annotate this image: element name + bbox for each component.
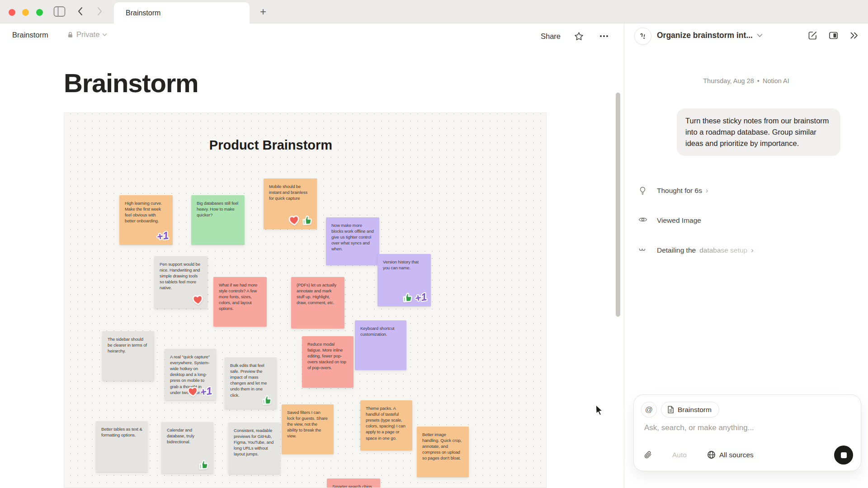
titlebar: Brainstorm + (0, 0, 868, 23)
sticky-note-calendar-bidirectional[interactable]: Calendar and database, truly bidirection… (161, 422, 213, 474)
sticker-row (191, 294, 204, 306)
loop-icon (638, 246, 647, 255)
sticky-note-saved-filters[interactable]: Saved filters I can lock for guests. Sha… (282, 404, 334, 454)
plus-one-badge: +1 (199, 385, 213, 399)
sticky-note-style-controls[interactable]: What if we had more style controls? A fe… (213, 277, 267, 327)
sticky-note-mobile-instant-capture[interactable]: Mobile should be instant and brainless f… (264, 178, 317, 229)
sticky-note-text: Now make more blocks work offline and gi… (331, 222, 374, 252)
thread-title-dropdown[interactable]: Organize brainstorm int... (657, 31, 763, 40)
plus-one-badge: +1 (414, 291, 428, 305)
sticky-note-text: Calendar and database, truly bidirection… (167, 427, 208, 445)
collapse-panel-chevrons-icon[interactable] (849, 31, 859, 40)
sticker-row (261, 394, 274, 406)
sidebar-toggle-icon[interactable] (53, 6, 66, 17)
stop-icon (841, 452, 847, 458)
sticky-note-text: (PDFs) let us actually annotate and mark… (297, 282, 339, 305)
notion-ai-panel: Organize brainstorm int... Thursday, Aug… (624, 23, 868, 488)
sticky-note-sidebar-hierarchy[interactable]: The sidebar should be clearer in terms o… (102, 331, 154, 381)
agent-step-1[interactable]: Thought for 6s› (624, 184, 868, 197)
sticky-note-big-databases[interactable]: Big databases still feel heavy. How to m… (191, 195, 245, 245)
close-window-button[interactable] (9, 9, 15, 16)
brainstorm-canvas[interactable]: Product Brainstorm High learning curve. … (64, 113, 547, 488)
privacy-control[interactable]: Private (67, 30, 107, 39)
sticky-note-text: Smarter search chips. (332, 483, 375, 488)
thread-date-row: Thursday, Aug 28•Notion AI (624, 77, 868, 84)
sources-label: All sources (719, 451, 754, 459)
thumbs-up-sticker-icon (198, 458, 211, 471)
forward-button[interactable] (95, 6, 105, 17)
sticky-note-readable-previews[interactable]: Consistent, readable previews for GitHub… (228, 422, 280, 474)
thread-title: Organize brainstorm int... (657, 31, 753, 40)
sticky-note-text: Big databases still feel heavy. How to m… (197, 200, 239, 218)
sticky-note-image-handling[interactable]: Better image handling. Quick crop, annot… (417, 427, 469, 477)
sticky-note-high-learning-curve[interactable]: High learning curve. Make the first week… (119, 195, 173, 245)
sticky-note-theme-packs[interactable]: Theme packs. A handful of tasteful prese… (360, 400, 412, 450)
agent-step-2: Viewed Image (624, 214, 868, 227)
sticky-note-offline-blocks[interactable]: Now make more blocks work offline and gi… (326, 217, 379, 265)
panel-layout-icon[interactable] (829, 31, 838, 40)
chevron-down-icon (757, 33, 763, 38)
chevron-right-icon: › (706, 187, 708, 195)
ai-composer: @ Brainstorm Ask, search, or make anythi… (633, 394, 861, 471)
page-header: Brainstorm Private Share (0, 24, 624, 48)
sticky-note-pdf-annotation[interactable]: (PDFs) let us actually annotate and mark… (291, 277, 344, 328)
ai-panel-header: Organize brainstorm int... (624, 23, 868, 49)
chevron-right-icon: › (751, 246, 753, 254)
sticky-note-text: Better image handling. Quick crop, annot… (422, 432, 463, 461)
more-options-icon[interactable] (597, 29, 611, 43)
zoom-window-button[interactable] (36, 9, 43, 16)
sticky-note-text: Mobile should be instant and brainless f… (269, 183, 311, 201)
canvas-title: Product Brainstorm (209, 138, 332, 153)
sticker-row (288, 214, 314, 226)
mouse-cursor (593, 404, 606, 417)
stop-generation-button[interactable] (834, 446, 853, 465)
plus-one-badge: +1 (156, 230, 170, 243)
sticky-note-smarter-search-chips[interactable]: Smarter search chips. (327, 479, 380, 488)
sticky-note-text: Saved filters I can lock for guests. Sha… (287, 409, 328, 439)
mode-selector[interactable]: Auto (672, 451, 687, 459)
ai-prompt-input[interactable]: Ask, search, or make anything... (644, 423, 843, 432)
page-title: Brainstorm (64, 68, 198, 98)
sticky-note-text: Consistent, readable previews for GitHub… (234, 427, 275, 457)
minimize-window-button[interactable] (22, 9, 29, 16)
sticky-note-text: High learning curve. Make the first week… (125, 200, 167, 224)
notion-ai-face-icon (634, 28, 651, 45)
sticky-note-text: What if we had more style controls? A fe… (219, 282, 261, 312)
sticky-note-text: Bulk edits that feel safe. Preview the i… (230, 362, 271, 398)
context-chip-label: Brainstorm (678, 406, 712, 414)
sticky-note-bulk-edits[interactable]: Bulk edits that feel safe. Preview the i… (225, 357, 277, 409)
sticky-note-text: Keyboard shortcut customization. (360, 325, 401, 337)
sticky-note-quick-capture[interactable]: A real "quick capture" everywhere. Syste… (165, 349, 216, 400)
sources-selector[interactable]: All sources (707, 450, 754, 459)
mention-button[interactable]: @ (641, 402, 657, 418)
new-thread-compose-icon[interactable] (808, 31, 817, 40)
lock-icon (67, 31, 74, 38)
agent-step-3[interactable]: Detailing the database setup› (624, 244, 868, 257)
sticky-note-text: Better tables as text & formatting optio… (101, 426, 142, 438)
share-button[interactable]: Share (541, 32, 561, 41)
breadcrumb[interactable]: Brainstorm (12, 31, 48, 39)
tab-brainstorm[interactable]: Brainstorm (114, 2, 250, 23)
sticky-note-keyboard-shortcuts[interactable]: Keyboard shortcut customization. (355, 320, 406, 370)
sticky-note-pen-support[interactable]: Pen support would be nice. Handwriting a… (154, 256, 208, 309)
attach-paperclip-icon[interactable] (644, 450, 652, 461)
tab-label: Brainstorm (126, 9, 160, 17)
chevron-down-icon (102, 33, 107, 37)
back-button[interactable] (76, 6, 86, 17)
sticky-note-text: Theme packs. A handful of tasteful prese… (366, 405, 407, 441)
sticky-note-better-tables[interactable]: Better tables as text & formatting optio… (96, 421, 148, 472)
sticky-note-modal-fatigue[interactable]: Reduce modal fatigue. More inline editin… (302, 336, 354, 388)
heart-sticker-icon (191, 293, 205, 307)
context-chip-brainstorm[interactable]: Brainstorm (661, 402, 719, 418)
eye-icon (638, 216, 647, 225)
new-tab-button[interactable]: + (256, 5, 270, 19)
sticky-note-text: Pen support would be nice. Handwriting a… (160, 261, 202, 291)
favorite-star-icon[interactable] (571, 29, 586, 43)
lightbulb-icon (638, 186, 647, 195)
sticker-row (198, 459, 210, 471)
sticky-note-text: The sidebar should be clearer in terms o… (108, 336, 149, 354)
sticky-note-version-history[interactable]: Version history that you can name. +1 (377, 254, 431, 306)
thumbs-up-sticker-icon (301, 214, 314, 227)
privacy-label: Private (76, 30, 99, 39)
vertical-scrollbar[interactable] (616, 93, 620, 317)
